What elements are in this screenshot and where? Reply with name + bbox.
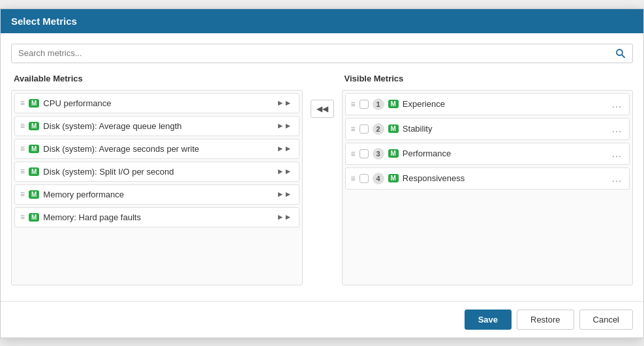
more-options-button[interactable]: … [610, 123, 624, 135]
visible-metrics-column: Visible Metrics ≡ 1 M Experience … ≡ 2 M… [342, 74, 634, 285]
metric-name: Disk (system): Split I/O per second [43, 167, 271, 177]
visible-metric-item: ≡ 2 M Stability … [345, 118, 630, 140]
visible-metrics-list: ≡ 1 M Experience … ≡ 2 M Stability … ≡ 3… [342, 90, 634, 285]
metric-name: CPU performance [43, 98, 271, 108]
drag-handle-icon: ≡ [351, 124, 356, 134]
m-badge: M [29, 122, 39, 130]
visible-metric-item: ≡ 1 M Experience … [345, 93, 630, 115]
metric-checkbox[interactable] [360, 174, 369, 183]
metric-checkbox[interactable] [360, 124, 369, 134]
m-badge: M [29, 99, 39, 108]
drag-handle-icon: ≡ [20, 121, 25, 130]
dialog-title: Select Metrics [11, 16, 77, 27]
more-options-button[interactable]: … [610, 98, 624, 110]
metric-number: 1 [373, 98, 384, 110]
visible-metric-item: ≡ 4 M Responsiveness … [345, 167, 630, 190]
columns-row: Available Metrics ≡ M CPU performance ►►… [11, 74, 633, 285]
metric-number: 3 [373, 148, 384, 160]
add-metric-button[interactable]: ►► [275, 167, 294, 176]
available-metrics-column: Available Metrics ≡ M CPU performance ►►… [11, 74, 303, 285]
drag-handle-icon: ≡ [351, 100, 356, 109]
visible-metrics-label: Visible Metrics [342, 74, 634, 83]
drag-handle-icon: ≡ [20, 98, 25, 108]
m-badge: M [29, 167, 39, 176]
m-badge: M [29, 145, 39, 153]
drag-handle-icon: ≡ [20, 190, 25, 199]
available-metric-item: ≡ M Memory: Hard page faults ►► [14, 207, 299, 227]
select-metrics-dialog: Select Metrics Available Metrics ≡ M CPU… [0, 8, 644, 338]
m-badge: M [29, 190, 39, 199]
add-metric-button[interactable]: ►► [275, 98, 294, 108]
metric-number: 4 [373, 173, 384, 184]
metric-number: 2 [373, 123, 384, 135]
cancel-button[interactable]: Cancel [579, 310, 633, 330]
available-metric-item: ≡ M Disk (system): Average queue length … [14, 116, 299, 136]
metric-checkbox[interactable] [360, 100, 369, 109]
dialog-body: Available Metrics ≡ M CPU performance ►►… [1, 33, 643, 296]
m-badge: M [388, 124, 399, 133]
svg-point-0 [617, 50, 622, 55]
search-bar [11, 44, 633, 63]
add-metric-button[interactable]: ►► [275, 190, 294, 199]
metric-name: Responsiveness [403, 173, 606, 183]
drag-handle-icon: ≡ [351, 174, 356, 183]
search-button[interactable] [615, 48, 626, 59]
visible-metric-item: ≡ 3 M Performance … [345, 143, 630, 165]
metric-name: Stability [403, 124, 606, 134]
available-metric-item: ≡ M Disk (system): Split I/O per second … [14, 162, 299, 182]
restore-button[interactable]: Restore [517, 310, 574, 330]
m-badge: M [29, 213, 39, 222]
available-metrics-list: ≡ M CPU performance ►► ≡ M Disk (system)… [11, 90, 303, 285]
available-metric-item: ≡ M Memory performance ►► [14, 184, 299, 205]
add-metric-button[interactable]: ►► [275, 121, 294, 130]
m-badge: M [388, 149, 399, 158]
m-badge: M [388, 174, 399, 182]
add-metric-button[interactable]: ►► [275, 212, 294, 222]
metric-name: Memory performance [43, 190, 271, 199]
drag-handle-icon: ≡ [351, 149, 356, 158]
metric-name: Disk (system): Average seconds per write [43, 144, 271, 154]
svg-line-1 [622, 55, 624, 57]
metric-name: Experience [403, 99, 606, 109]
more-options-button[interactable]: … [610, 173, 624, 184]
drag-handle-icon: ≡ [20, 167, 25, 176]
available-metrics-label: Available Metrics [11, 74, 303, 83]
metric-checkbox[interactable] [360, 149, 369, 158]
transfer-left-icon: ◀◀ [316, 104, 328, 113]
available-metric-item: ≡ M Disk (system): Average seconds per w… [14, 139, 299, 159]
add-metric-button[interactable]: ►► [275, 144, 294, 153]
metric-name: Memory: Hard page faults [43, 212, 271, 222]
metric-name: Performance [403, 149, 606, 158]
available-metric-item: ≡ M CPU performance ►► [14, 93, 299, 113]
drag-handle-icon: ≡ [20, 144, 25, 153]
more-options-button[interactable]: … [610, 148, 624, 160]
transfer-left-button[interactable]: ◀◀ [311, 100, 334, 118]
search-input[interactable] [18, 48, 615, 58]
dialog-header: Select Metrics [1, 9, 643, 33]
dialog-footer: Save Restore Cancel [1, 301, 643, 338]
m-badge: M [388, 100, 399, 108]
save-button[interactable]: Save [465, 310, 512, 330]
drag-handle-icon: ≡ [20, 212, 25, 222]
metric-name: Disk (system): Average queue length [43, 121, 271, 131]
transfer-column: ◀◀ [303, 74, 342, 118]
